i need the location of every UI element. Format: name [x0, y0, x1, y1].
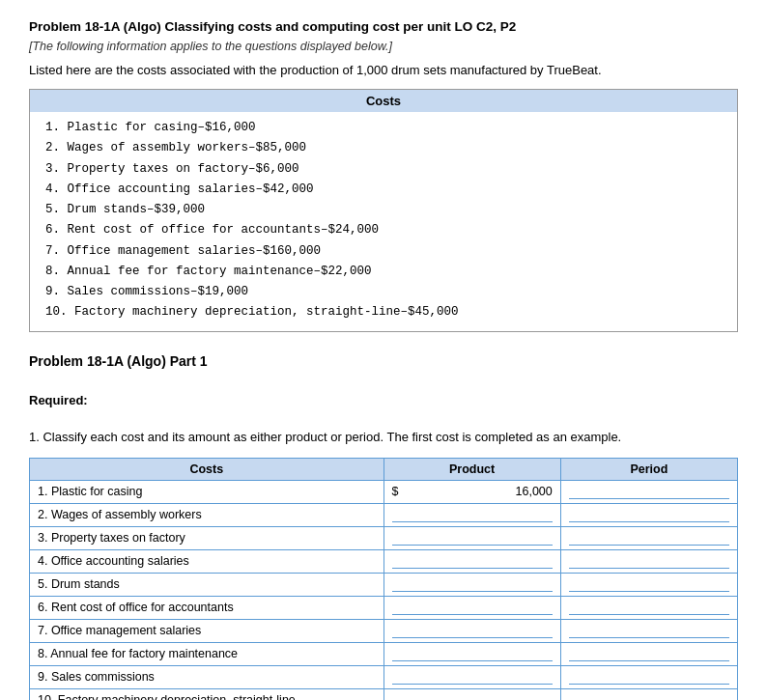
product-cell-3[interactable] — [384, 526, 560, 549]
cost-item-5: 5. Drum stands–$39,000 — [45, 200, 722, 220]
table-row: 10. Factory machinery depreciation, stra… — [30, 688, 738, 700]
table-row: 1. Plastic for casing$16,000 — [30, 480, 738, 503]
cost-item-2: 2. Wages of assembly workers–$85,000 — [45, 138, 722, 158]
product-cell-4[interactable] — [384, 549, 560, 573]
period-cell-7[interactable] — [560, 619, 737, 642]
table-row: 9. Sales commissions — [30, 665, 738, 688]
product-value: 16,000 — [392, 485, 553, 498]
cost-cell-5: 5. Drum stands — [30, 573, 384, 596]
product-input-9[interactable] — [392, 670, 553, 685]
product-input-6[interactable] — [392, 601, 553, 615]
cost-cell-7: 7. Office management salaries — [30, 619, 384, 642]
table-row: 6. Rent cost of office for accountants — [30, 596, 738, 619]
cost-item-10: 10. Factory machinery depreciation, stra… — [45, 302, 722, 322]
product-input-4[interactable] — [392, 554, 553, 569]
product-cell-6[interactable] — [384, 596, 560, 619]
product-cell-1[interactable]: $16,000 — [384, 480, 560, 503]
product-input-8[interactable] — [392, 647, 553, 661]
product-cell-8[interactable] — [384, 642, 560, 665]
period-cell-10[interactable] — [560, 688, 737, 700]
cost-cell-2: 2. Wages of assembly workers — [30, 503, 384, 526]
costs-list: 1. Plastic for casing–$16,000 2. Wages o… — [30, 116, 737, 323]
product-cell-5[interactable] — [384, 573, 560, 596]
period-input-2[interactable] — [569, 508, 729, 522]
cost-cell-1: 1. Plastic for casing — [30, 480, 384, 503]
costs-box-header: Costs — [30, 90, 737, 112]
period-input-7[interactable] — [569, 624, 729, 638]
cost-item-9: 9. Sales commissions–$19,000 — [45, 282, 722, 302]
cost-item-7: 7. Office management salaries–$160,000 — [45, 241, 722, 262]
period-cell-2[interactable] — [560, 503, 737, 526]
table-row: 5. Drum stands — [30, 573, 738, 596]
table-row: 3. Property taxes on factory — [30, 526, 738, 549]
product-input-2[interactable] — [392, 508, 553, 522]
table-row: 7. Office management salaries — [30, 619, 738, 642]
cost-cell-4: 4. Office accounting salaries — [30, 549, 384, 573]
period-input-9[interactable] — [569, 670, 729, 685]
period-cell-8[interactable] — [560, 642, 737, 665]
product-cell-7[interactable] — [384, 619, 560, 642]
dollar-sign: $ — [392, 485, 399, 498]
period-cell-4[interactable] — [560, 549, 737, 573]
subtitle: [The following information applies to th… — [29, 40, 738, 53]
cost-cell-9: 9. Sales commissions — [30, 665, 384, 688]
table-row: 2. Wages of assembly workers — [30, 503, 738, 526]
product-cell-9[interactable] — [384, 665, 560, 688]
period-input-10[interactable] — [569, 693, 729, 701]
cost-item-4: 4. Office accounting salaries–$42,000 — [45, 180, 722, 200]
part1-title: Problem 18-1A (Algo) Part 1 — [29, 353, 738, 369]
instruction-text: 1. Classify each cost and its amount as … — [29, 430, 738, 444]
problem-header: Problem 18-1A (Algo) Classifying costs a… — [29, 19, 738, 34]
required-label: Required: — [29, 393, 738, 407]
table-row: 8. Annual fee for factory maintenance — [30, 642, 738, 665]
period-input-3[interactable] — [569, 531, 729, 546]
period-cell-6[interactable] — [560, 596, 737, 619]
period-input-4[interactable] — [569, 554, 729, 569]
product-input-5[interactable] — [392, 577, 553, 592]
period-cell-3[interactable] — [560, 526, 737, 549]
col-header-costs: Costs — [30, 458, 384, 480]
costs-box: Costs 1. Plastic for casing–$16,000 2. W… — [29, 89, 738, 332]
col-header-period: Period — [560, 458, 737, 480]
period-input-8[interactable] — [569, 647, 729, 661]
cost-cell-6: 6. Rent cost of office for accountants — [30, 596, 384, 619]
period-input-5[interactable] — [569, 577, 729, 592]
product-input-10[interactable] — [392, 693, 553, 701]
product-cell-2[interactable] — [384, 503, 560, 526]
cost-cell-8: 8. Annual fee for factory maintenance — [30, 642, 384, 665]
period-cell-1[interactable] — [560, 480, 737, 503]
col-header-product: Product — [384, 458, 560, 480]
intro-text: Listed here are the costs associated wit… — [29, 63, 738, 77]
cost-item-8: 8. Annual fee for factory maintenance–$2… — [45, 262, 722, 282]
cost-item-1: 1. Plastic for casing–$16,000 — [45, 118, 722, 138]
cost-item-3: 3. Property taxes on factory–$6,000 — [45, 159, 722, 180]
cost-cell-3: 3. Property taxes on factory — [30, 526, 384, 549]
product-input-3[interactable] — [392, 531, 553, 546]
cost-cell-10: 10. Factory machinery depreciation, stra… — [30, 688, 384, 700]
cost-item-6: 6. Rent cost of office for accountants–$… — [45, 220, 722, 240]
product-input-7[interactable] — [392, 624, 553, 638]
period-cell-5[interactable] — [560, 573, 737, 596]
table-row: 4. Office accounting salaries — [30, 549, 738, 573]
costs-table: Costs Product Period 1. Plastic for casi… — [29, 458, 738, 701]
table-container: Costs Product Period 1. Plastic for casi… — [29, 458, 738, 701]
period-input-1[interactable] — [569, 485, 729, 499]
product-cell-10[interactable] — [384, 688, 560, 700]
period-cell-9[interactable] — [560, 665, 737, 688]
period-input-6[interactable] — [569, 601, 729, 615]
